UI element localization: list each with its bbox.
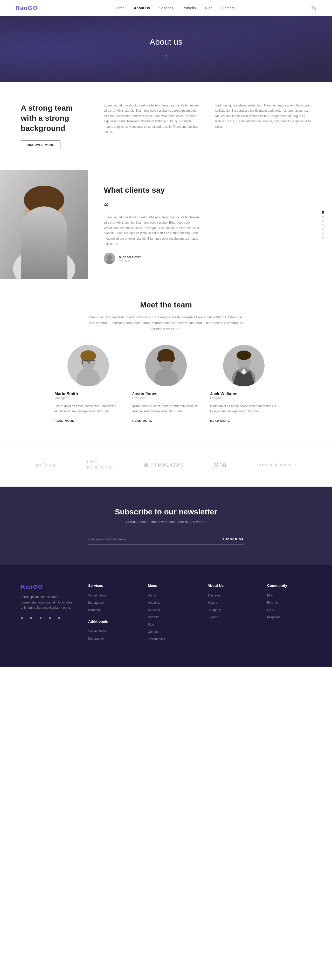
- carousel-dot-1[interactable]: [322, 211, 324, 214]
- footer: RanGO Lorem ipsum dolor sit amet, consec…: [0, 565, 332, 667]
- read-more-jason[interactable]: READ MORE: [132, 419, 152, 422]
- discover-more-button[interactable]: DISCOVER MORE: [21, 140, 60, 149]
- subscribe-button[interactable]: SUBSCRIBE: [217, 534, 244, 544]
- scroll-down-icon[interactable]: ⌄ ⌄: [16, 52, 316, 59]
- nav-link-contact[interactable]: Contact: [222, 6, 234, 10]
- footer-link-about-us[interactable]: About us: [148, 600, 192, 605]
- footer-link-testimonials[interactable]: Testimonials: [148, 636, 192, 641]
- svg-point-1: [13, 248, 75, 279]
- nav-item-blog[interactable]: Blog: [205, 6, 212, 10]
- social-twitter-icon[interactable]: ■: [30, 616, 36, 622]
- footer-link-services[interactable]: Services: [148, 608, 192, 612]
- team-member-bio-jack: ipsum dolor sit amet, conse ctetur adipi…: [210, 404, 278, 414]
- author-role: Manager: [119, 259, 141, 262]
- author-info: Michael Smith Manager: [119, 255, 141, 262]
- footer-col-about-list: The team History Company Support: [207, 593, 251, 619]
- footer-link-contact[interactable]: Contact: [148, 629, 192, 634]
- brand-southport: SOUTH ✕ PORTH: [257, 462, 296, 468]
- carousel-dot-4[interactable]: [322, 224, 324, 226]
- carousel-dots: [322, 211, 324, 239]
- nav-link-portfolio[interactable]: Portfolio: [183, 6, 196, 10]
- footer-link-history[interactable]: History: [207, 600, 251, 605]
- footer-link-add-management[interactable]: Management: [88, 636, 132, 641]
- svg-point-10: [107, 255, 112, 260]
- meet-team-description: Etiam nec odio vestibulum est mattis eff…: [88, 315, 244, 332]
- team-member-name-jack: Jack Williams: [210, 391, 278, 396]
- footer-col-menu-list: Home About us Services Portfolio Blog Co…: [148, 593, 192, 641]
- carousel-dot-7[interactable]: [322, 237, 324, 239]
- footer-col-menu: Menu Home About us Services Portfolio Bl…: [148, 584, 192, 644]
- nav-item-portfolio[interactable]: Portfolio: [183, 6, 196, 10]
- team-grid: Maria Smith Manager Lorem dolor sit amet…: [21, 345, 311, 423]
- svg-point-24: [169, 355, 175, 362]
- team-intro-para2: Sed non ligula sodales vestibulum. Nam n…: [215, 103, 311, 129]
- footer-link-support[interactable]: Support: [207, 615, 251, 619]
- footer-col-community-list: Blog Forums Q&A Purposes: [267, 593, 311, 619]
- read-more-maria[interactable]: READ MORE: [54, 419, 74, 422]
- nav-item-services[interactable]: Services: [159, 6, 173, 10]
- footer-link-add-social[interactable]: Social media: [88, 628, 132, 633]
- carousel-dot-5[interactable]: [322, 228, 324, 230]
- footer-link-portfolio[interactable]: Portfolio: [148, 615, 192, 619]
- search-icon[interactable]: 🔍: [311, 6, 316, 11]
- brands-section: PI'*XAR THEPIRATE ⬟ HYMALAYAS S'A SOUTH …: [0, 444, 332, 487]
- brand-pirate: THEPIRATE: [86, 459, 114, 471]
- svg-point-5: [48, 214, 52, 217]
- carousel-dot-3[interactable]: [322, 220, 324, 222]
- team-photo-svg-maria: [68, 345, 109, 387]
- avatar-svg: [104, 253, 115, 264]
- footer-link-home[interactable]: Home: [148, 593, 192, 598]
- social-youtube-icon[interactable]: ■: [58, 616, 64, 622]
- footer-link-blog[interactable]: Blog: [148, 622, 192, 627]
- logo[interactable]: RanGO: [16, 5, 38, 11]
- brand-sa: S'A: [214, 461, 227, 469]
- nav-item-about[interactable]: About Us: [134, 6, 150, 10]
- nav-item-contact[interactable]: Contact: [222, 6, 234, 10]
- meet-team-heading: Meet the team: [21, 301, 311, 309]
- footer-link-purposes[interactable]: Purposes: [267, 615, 311, 619]
- subscribe-email-input[interactable]: [88, 534, 217, 544]
- hero-title: About us: [16, 37, 316, 47]
- footer-col-community-title: Community: [267, 584, 311, 588]
- footer-link-branding[interactable]: Branding: [88, 608, 132, 612]
- read-more-jack[interactable]: READ MORE: [210, 419, 230, 422]
- carousel-dot-6[interactable]: [322, 232, 324, 234]
- carousel-dot-2[interactable]: [322, 216, 324, 218]
- nav-link-about[interactable]: About Us: [134, 6, 150, 10]
- footer-link-management[interactable]: Management: [88, 600, 132, 605]
- footer-link-comm-blog[interactable]: Blog: [267, 593, 311, 598]
- footer-link-social-media[interactable]: Social media: [88, 593, 132, 598]
- team-member-bio-jason: ipsum dolor sit amet, conse ctetur adipi…: [132, 404, 200, 414]
- footer-col-services-list: Social media Management Branding: [88, 593, 132, 612]
- client-photo: [0, 170, 88, 279]
- nav-links: Home About Us Services Portfolio Blog Co…: [115, 6, 234, 10]
- team-member-role-maria: Manager: [54, 396, 122, 400]
- social-google-icon[interactable]: ■: [49, 616, 55, 622]
- footer-link-qa[interactable]: Q&A: [267, 608, 311, 612]
- team-card-maria: Maria Smith Manager Lorem dolor sit amet…: [54, 345, 122, 423]
- team-member-role-jason: Developer: [132, 396, 200, 400]
- footer-link-company[interactable]: Company: [207, 608, 251, 612]
- author-name: Michael Smith: [119, 255, 141, 259]
- logo-suffix: GO: [28, 5, 38, 11]
- footer-col-menu-title: Menu: [148, 584, 192, 588]
- brand-hymalayas: ⬟ HYMALAYAS: [144, 462, 183, 468]
- nav-item-home[interactable]: Home: [115, 6, 124, 10]
- team-card-jack: Jack Williams Designer ipsum dolor sit a…: [210, 345, 278, 423]
- footer-brand-desc: Lorem ipsum dolor sit amet, consectetur …: [21, 594, 73, 610]
- social-facebook-icon[interactable]: ■: [21, 616, 27, 622]
- footer-col-about: About us The team History Company Suppor…: [207, 584, 251, 644]
- logo-prefix: Ran: [16, 5, 28, 11]
- footer-link-forums[interactable]: Forums: [267, 600, 311, 605]
- client-photo-svg: [0, 170, 88, 279]
- footer-col-additionals-title: Additionals: [88, 619, 132, 624]
- team-member-bio-maria: Lorem dolor sit amet, conse ctetur adipi…: [54, 404, 122, 414]
- footer-link-the-team[interactable]: The team: [207, 593, 251, 598]
- team-photo-svg-jack: [223, 345, 264, 387]
- footer-col-additionals-list: Social media Management: [88, 628, 132, 641]
- social-linkedin-icon[interactable]: ■: [40, 616, 46, 622]
- nav-link-services[interactable]: Services: [159, 6, 173, 10]
- nav-link-blog[interactable]: Blog: [205, 6, 212, 10]
- testimonial-author: Michael Smith Manager: [104, 253, 311, 264]
- nav-link-home[interactable]: Home: [115, 6, 124, 10]
